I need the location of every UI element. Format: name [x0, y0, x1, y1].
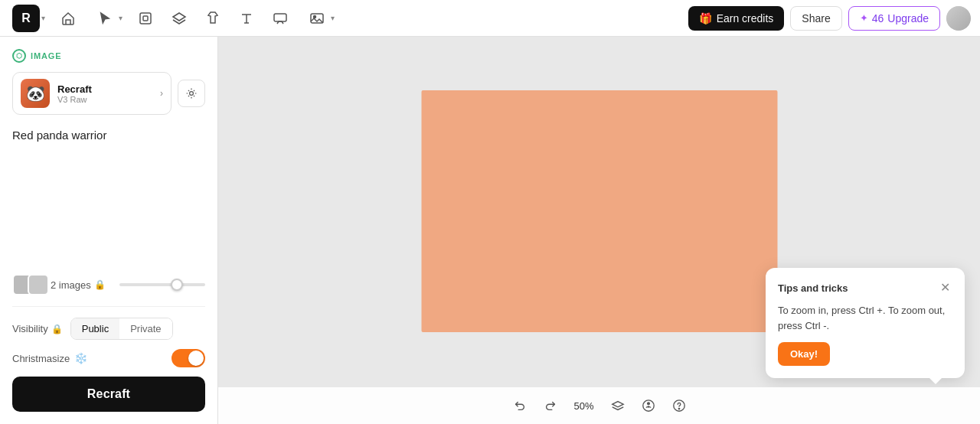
share-button[interactable]: Share	[790, 6, 841, 31]
image-tool-button[interactable]	[303, 5, 331, 32]
image-chevron-icon: ▾	[331, 14, 335, 22]
model-thumbnail: 🐼	[21, 79, 50, 108]
canvas-area[interactable]: Tips and tricks ✕ To zoom in, press Ctrl…	[218, 37, 980, 424]
bottom-controls: 50%	[218, 387, 980, 424]
tips-text: To zoom in, press Ctrl +. To zoom out, p…	[778, 303, 952, 333]
home-tool-button[interactable]	[54, 5, 82, 32]
visibility-row: Visibility 🔒 Public Private	[12, 318, 205, 340]
main-content: ⬡ IMAGE 🐼 Recraft V3 Raw ›	[0, 37, 980, 424]
snowflake-icon: ❄️	[74, 352, 87, 364]
christmasize-label: Christmasize ❄️	[12, 352, 87, 364]
settings-button[interactable]	[178, 80, 205, 107]
svg-rect-1	[143, 16, 148, 21]
model-chevron-icon: ›	[160, 88, 163, 99]
images-label: 2 images 🔒	[51, 279, 106, 291]
sparkle-icon: ✦	[860, 12, 868, 24]
credits-count: 46	[872, 12, 884, 24]
visibility-label: Visibility 🔒	[12, 323, 63, 334]
model-name: Recraft	[57, 83, 92, 95]
slider-thumb[interactable]	[171, 279, 183, 291]
visibility-public-button[interactable]: Public	[71, 318, 119, 339]
visibility-private-button[interactable]: Private	[119, 318, 172, 339]
toolbar-right: 🎁 Earn credits Share ✦ 46 Upgrade	[688, 6, 971, 31]
logo-group[interactable]: R ▾	[9, 5, 48, 32]
canvas-image	[421, 90, 777, 332]
frame-tool-button[interactable]	[132, 5, 159, 32]
undo-button[interactable]	[506, 392, 534, 419]
christmasize-text: Christmasize	[12, 353, 70, 364]
panel-section-title: ⬡ IMAGE	[12, 49, 205, 63]
model-selector[interactable]: 🐼 Recraft V3 Raw ›	[12, 72, 172, 115]
logo-chevron-icon: ▾	[41, 14, 45, 22]
share-label: Share	[802, 12, 830, 24]
prompt-text: Red panda warrior	[12, 124, 205, 162]
visibility-text: Visibility	[12, 323, 48, 334]
upgrade-button[interactable]: ✦ 46 Upgrade	[848, 6, 940, 31]
select-tool-group[interactable]: ▾	[88, 5, 126, 32]
layers-bottom-button[interactable]	[604, 392, 632, 419]
tips-okay-label: Okay!	[790, 348, 818, 360]
svg-rect-0	[140, 13, 151, 24]
images-row: 2 images 🔒	[12, 274, 205, 295]
help-button[interactable]	[665, 392, 693, 419]
recraft-button[interactable]: Recraft	[12, 377, 205, 412]
svg-rect-2	[274, 14, 286, 21]
tips-popup: Tips and tricks ✕ To zoom in, press Ctrl…	[766, 268, 965, 378]
model-info: 🐼 Recraft V3 Raw	[21, 79, 92, 108]
tips-title: Tips and tricks	[778, 282, 848, 294]
toggle-knob	[188, 351, 204, 366]
svg-point-5	[190, 92, 194, 96]
image-thumb-2	[28, 274, 49, 295]
model-sub: V3 Raw	[57, 95, 92, 104]
toolbar: R ▾ ▾	[0, 0, 980, 37]
tips-header: Tips and tricks ✕	[778, 280, 952, 295]
tips-arrow	[929, 378, 942, 384]
recraft-button-label: Recraft	[87, 387, 130, 400]
image-thumbs	[12, 274, 43, 295]
chat-tool-button[interactable]	[266, 5, 294, 32]
upgrade-label: Upgrade	[887, 12, 929, 24]
tips-okay-button[interactable]: Okay!	[778, 342, 830, 366]
image-section-icon: ⬡	[12, 49, 26, 63]
user-avatar[interactable]	[946, 6, 971, 31]
images-lock-icon: 🔒	[94, 279, 106, 290]
left-panel: ⬡ IMAGE 🐼 Recraft V3 Raw ›	[0, 37, 218, 424]
redo-button[interactable]	[537, 392, 564, 419]
svg-point-7	[647, 403, 649, 405]
logo-text: R	[21, 11, 31, 25]
images-count: 2 images	[51, 279, 91, 291]
text-tool-button[interactable]	[233, 5, 260, 32]
logo-button[interactable]: R	[12, 5, 40, 32]
svg-point-9	[678, 408, 679, 409]
image-tool-group[interactable]: ▾	[300, 5, 338, 32]
earn-credits-label: Earn credits	[717, 12, 774, 24]
tips-close-button[interactable]: ✕	[937, 280, 952, 295]
select-tool-button[interactable]	[91, 5, 119, 32]
gift-icon: 🎁	[699, 12, 712, 24]
image-count-slider[interactable]	[119, 283, 205, 286]
christmasize-row: Christmasize ❄️	[12, 349, 205, 367]
visibility-toggle-group: Public Private	[70, 318, 173, 340]
visibility-lock-icon: 🔒	[51, 324, 63, 334]
layers-tool-button[interactable]	[165, 5, 193, 32]
section-title-text: IMAGE	[31, 51, 61, 60]
toolbar-left: R ▾ ▾	[9, 5, 338, 32]
zoom-level[interactable]: 50%	[567, 400, 601, 412]
christmasize-toggle[interactable]	[172, 349, 205, 367]
accessibility-button[interactable]	[635, 392, 662, 419]
select-chevron-icon: ▾	[119, 14, 122, 22]
apparel-tool-button[interactable]	[199, 5, 227, 32]
earn-credits-button[interactable]: 🎁 Earn credits	[688, 6, 785, 31]
